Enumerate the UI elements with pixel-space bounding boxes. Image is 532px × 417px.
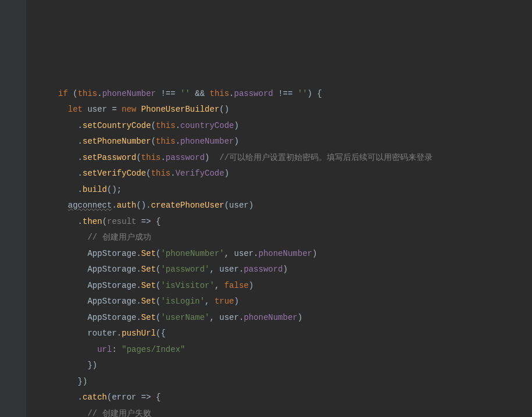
code-token: "pages/Index" bbox=[122, 345, 185, 354]
code-token: result bbox=[107, 217, 136, 226]
code-token: . bbox=[170, 169, 175, 178]
code-token: this bbox=[156, 137, 176, 146]
code-token: ) bbox=[249, 201, 253, 210]
code-token: '' bbox=[180, 89, 190, 98]
code-token: = bbox=[107, 105, 122, 114]
code-token: this bbox=[156, 121, 176, 130]
code-token: . bbox=[117, 329, 122, 338]
code-token: user bbox=[219, 265, 239, 274]
code-token: if bbox=[58, 89, 73, 98]
code-token: AppStorage bbox=[87, 281, 136, 290]
code-token: true bbox=[215, 297, 234, 306]
code-token: ) { bbox=[308, 89, 322, 98]
code-token: user bbox=[229, 201, 249, 210]
code-token: Set bbox=[141, 297, 156, 306]
code-token: . bbox=[78, 393, 83, 402]
code-token: // 创建用户失败 bbox=[87, 409, 151, 418]
code-token: , bbox=[205, 297, 215, 306]
code-token: ( bbox=[151, 137, 156, 146]
code-token: //可以给用户设置初始密码。填写后后续可以用密码来登录 bbox=[209, 153, 433, 162]
code-token: false bbox=[224, 281, 249, 290]
code-token: setPassword bbox=[83, 153, 136, 162]
code-token: countryCode bbox=[180, 121, 234, 130]
code-line: .catch(error => { bbox=[58, 390, 532, 406]
code-token: ) bbox=[234, 121, 238, 130]
code-token: . bbox=[136, 249, 141, 258]
code-token: '' bbox=[298, 89, 308, 98]
code-editor[interactable]: if (this.phoneNumber !== '' && this.pass… bbox=[0, 86, 532, 418]
code-token: then bbox=[83, 217, 102, 226]
code-token: password bbox=[234, 89, 273, 98]
code-token: Set bbox=[141, 313, 156, 322]
code-token: // 创建用户成功 bbox=[87, 233, 151, 242]
code-token: (). bbox=[136, 201, 151, 210]
code-token: Set bbox=[141, 281, 156, 290]
code-token: !== bbox=[273, 89, 298, 98]
code-token: => { bbox=[136, 217, 160, 226]
code-token: ) bbox=[234, 297, 239, 306]
code-line: router.pushUrl({ bbox=[58, 326, 532, 342]
code-token: VerifyCode bbox=[176, 169, 224, 178]
code-token: . bbox=[78, 153, 83, 162]
code-token: pushUrl bbox=[122, 329, 156, 338]
code-token: setCountryCode bbox=[83, 121, 151, 130]
code-token: 'userName' bbox=[160, 313, 209, 322]
code-token: => { bbox=[136, 393, 160, 402]
code-token: , bbox=[209, 265, 219, 274]
code-token: user bbox=[87, 105, 107, 114]
code-token: . bbox=[78, 169, 83, 178]
code-token: setVerifyCode bbox=[83, 169, 146, 178]
code-line: .then(result => { bbox=[58, 214, 532, 230]
code-token: ( bbox=[73, 89, 77, 98]
code-token: error bbox=[112, 393, 136, 402]
code-token: AppStorage bbox=[87, 265, 136, 274]
code-line: AppStorage.Set('isVisitor', false) bbox=[58, 278, 532, 294]
code-token: ( bbox=[151, 121, 156, 130]
code-token: ) bbox=[283, 265, 288, 274]
code-token: . bbox=[136, 265, 141, 274]
code-token: router bbox=[87, 329, 116, 338]
code-token: this bbox=[78, 89, 98, 98]
editor-gutter bbox=[0, 0, 26, 417]
code-token: () bbox=[219, 105, 229, 114]
code-token: phoneNumber bbox=[102, 89, 156, 98]
code-token: phoneNumber bbox=[259, 249, 312, 258]
code-token: . bbox=[229, 89, 234, 98]
code-line: .setCountryCode(this.countryCode) bbox=[58, 118, 532, 134]
code-token: . bbox=[176, 137, 180, 146]
code-token: . bbox=[136, 297, 141, 306]
code-token: phoneNumber bbox=[180, 137, 234, 146]
code-line: agconnect.auth().createPhoneUser(user) bbox=[58, 198, 532, 214]
code-line: .setVerifyCode(this.VerifyCode) bbox=[58, 166, 532, 182]
code-token: , bbox=[215, 281, 224, 290]
code-token: 'phoneNumber' bbox=[160, 249, 224, 258]
code-token: ) bbox=[312, 249, 317, 258]
code-token: AppStorage bbox=[87, 313, 136, 322]
code-line: AppStorage.Set('isLogin', true) bbox=[58, 294, 532, 310]
code-token: ) bbox=[234, 137, 238, 146]
code-token: Set bbox=[141, 249, 156, 258]
code-line: AppStorage.Set('phoneNumber', user.phone… bbox=[58, 246, 532, 262]
code-line: .setPhoneNumber(this.phoneNumber) bbox=[58, 134, 532, 150]
code-token: !== bbox=[156, 89, 180, 98]
code-token: setPhoneNumber bbox=[83, 137, 151, 146]
code-line: if (this.phoneNumber !== '' && this.pass… bbox=[58, 86, 532, 102]
code-token: . bbox=[112, 201, 116, 210]
code-line: .setPassword(this.password) //可以给用户设置初始密… bbox=[58, 150, 532, 166]
code-token: new bbox=[122, 105, 141, 114]
code-token: url bbox=[97, 345, 112, 354]
code-token: phoneNumber bbox=[244, 313, 297, 322]
code-token: : bbox=[112, 345, 122, 354]
code-token: . bbox=[78, 185, 83, 194]
code-token: , bbox=[224, 249, 234, 258]
code-token: AppStorage bbox=[87, 297, 136, 306]
code-line: .build(); bbox=[58, 182, 532, 198]
code-lines: if (this.phoneNumber !== '' && this.pass… bbox=[58, 86, 532, 418]
code-line: }) bbox=[58, 374, 532, 390]
code-line: // 创建用户失败 bbox=[58, 406, 532, 418]
code-token: . bbox=[136, 313, 141, 322]
code-line: AppStorage.Set('userName', user.phoneNum… bbox=[58, 310, 532, 326]
code-token: user bbox=[219, 313, 239, 322]
code-line: }) bbox=[58, 358, 532, 374]
code-token: agconnect bbox=[68, 201, 112, 210]
